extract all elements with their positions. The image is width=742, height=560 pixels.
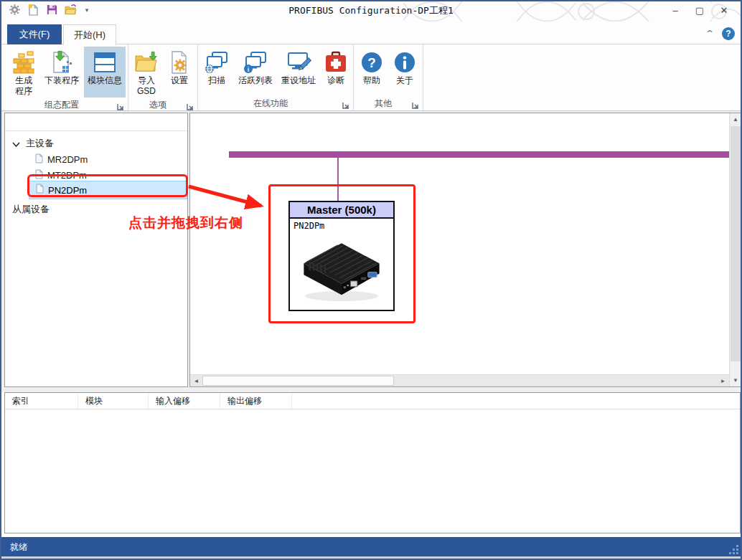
download-program-icon bbox=[50, 49, 74, 75]
title-bar: ▾ PROFIBUS Configuration-DP工程1 – ▢ ✕ bbox=[1, 1, 741, 22]
resize-grip[interactable] bbox=[729, 545, 738, 554]
group-label: 组态配置 bbox=[8, 99, 116, 111]
button-label: 导入 bbox=[138, 75, 155, 86]
tree-node-label: 从属设备 bbox=[12, 203, 50, 216]
button-label: 诊断 bbox=[327, 75, 344, 86]
reset-address-button[interactable]: 重设地址 bbox=[278, 47, 319, 96]
annotation-box-master-device bbox=[268, 184, 415, 323]
tree-top-strip bbox=[5, 113, 187, 131]
scan-button[interactable]: 扫描 bbox=[200, 47, 233, 96]
tree-node-mr2dpm[interactable]: MR2DPm bbox=[35, 151, 88, 167]
settings-button[interactable]: 设置 bbox=[164, 47, 195, 98]
group-label: 选项 bbox=[131, 99, 185, 111]
help-question-icon: ? bbox=[360, 49, 384, 75]
ribbon-group-other: ? 帮助 关于 其他 bbox=[354, 44, 423, 110]
column-header-module[interactable]: 模块 bbox=[78, 393, 149, 409]
about-info-icon bbox=[393, 49, 417, 75]
active-list-button[interactable]: i 活跃列表 bbox=[235, 47, 276, 96]
annotation-box-tree-item bbox=[27, 174, 188, 197]
close-button[interactable]: ✕ bbox=[712, 2, 736, 18]
help-icon[interactable]: ? bbox=[722, 27, 735, 40]
window-title: PROFIBUS Configuration-DP工程1 bbox=[1, 4, 741, 17]
ribbon: 生成 程序 下装程序 模块信息 bbox=[1, 44, 741, 111]
scroll-left-icon[interactable]: ◄ bbox=[190, 375, 202, 386]
canvas-vertical-scrollbar[interactable]: ▲ ▼ bbox=[729, 113, 741, 386]
collapse-ribbon-icon[interactable]: ⌃ bbox=[705, 29, 715, 39]
module-offset-table: 索引 模块 输入偏移 输出偏移 bbox=[4, 392, 741, 533]
button-label: 重设地址 bbox=[281, 75, 316, 86]
column-header-index[interactable]: 索引 bbox=[5, 393, 78, 409]
device-doc-icon bbox=[35, 153, 43, 166]
ribbon-help-button[interactable]: ? 帮助 bbox=[356, 47, 388, 96]
column-header-input-offset[interactable]: 输入偏移 bbox=[149, 393, 220, 409]
ribbon-group-options: 导入 GSD 设置 选项 bbox=[128, 44, 198, 110]
dialog-launcher-icon[interactable] bbox=[412, 99, 419, 112]
svg-text:?: ? bbox=[367, 55, 376, 70]
tree-node-master-root[interactable]: 主设备 bbox=[12, 136, 54, 151]
device-tree-panel: 主设备 MR2DPm MT2DPm PN2DPm bbox=[4, 113, 188, 387]
tree-node-label: MR2DPm bbox=[47, 154, 88, 165]
reset-address-icon bbox=[286, 49, 311, 75]
window-bottom-edge bbox=[1, 556, 741, 560]
tab-home[interactable]: 开始(H) bbox=[63, 24, 116, 45]
download-program-button[interactable]: 下装程序 bbox=[41, 47, 83, 98]
button-label: 生成 bbox=[15, 75, 32, 86]
canvas-horizontal-scrollbar[interactable]: ◄ ► bbox=[190, 374, 729, 386]
button-label: 设置 bbox=[171, 75, 188, 86]
app-window: ▾ PROFIBUS Configuration-DP工程1 – ▢ ✕ 文件(… bbox=[0, 0, 742, 560]
dialog-launcher-icon[interactable] bbox=[342, 99, 349, 112]
group-label: 其他 bbox=[356, 98, 410, 110]
button-label: GSD bbox=[137, 86, 156, 97]
module-info-button[interactable]: 模块信息 bbox=[84, 47, 126, 98]
button-label: 扫描 bbox=[208, 75, 225, 86]
svg-text:i: i bbox=[248, 66, 250, 73]
scroll-down-icon[interactable]: ▼ bbox=[730, 374, 741, 386]
table-header-row: 索引 模块 输入偏移 输出偏移 bbox=[5, 393, 740, 409]
ribbon-group-online: 扫描 i 活跃列表 重设地址 bbox=[198, 44, 354, 110]
generate-program-button[interactable]: 生成 程序 bbox=[8, 47, 39, 98]
window-controls: – ▢ ✕ bbox=[663, 2, 736, 18]
ribbon-tab-row: 文件(F) 开始(H) ⌃ ? bbox=[1, 22, 741, 44]
tree-node-label: 主设备 bbox=[26, 137, 54, 150]
diagnosis-first-aid-icon bbox=[324, 49, 347, 75]
ribbon-group-config: 生成 程序 下装程序 模块信息 bbox=[6, 44, 128, 110]
active-list-icon: i bbox=[243, 49, 268, 75]
maximize-button[interactable]: ▢ bbox=[687, 2, 712, 18]
annotation-drag-hint-text: 点击并拖拽到右侧 bbox=[128, 214, 243, 232]
column-header-output-offset[interactable]: 输出偏移 bbox=[220, 393, 292, 409]
horizontal-scroll-thumb[interactable] bbox=[202, 376, 394, 386]
import-gsd-button[interactable]: 导入 GSD bbox=[131, 47, 162, 98]
scroll-up-icon[interactable]: ▲ bbox=[730, 113, 741, 125]
vertical-scroll-thumb[interactable] bbox=[731, 126, 741, 361]
settings-icon bbox=[167, 49, 192, 75]
chevron-down-icon[interactable] bbox=[12, 138, 20, 149]
button-label: 程序 bbox=[15, 86, 32, 97]
button-label: 活跃列表 bbox=[238, 75, 273, 86]
about-button[interactable]: 关于 bbox=[389, 47, 421, 96]
import-gsd-icon bbox=[134, 49, 159, 75]
scroll-right-icon[interactable]: ► bbox=[717, 375, 729, 386]
tree-node-slave-root[interactable]: 从属设备 bbox=[12, 201, 50, 217]
scan-icon bbox=[204, 49, 230, 75]
status-bar: 就绪 bbox=[1, 537, 741, 556]
module-info-icon bbox=[93, 49, 117, 75]
minimize-button[interactable]: – bbox=[663, 2, 687, 18]
main-area: 主设备 MR2DPm MT2DPm PN2DPm bbox=[1, 111, 741, 389]
button-label: 下装程序 bbox=[44, 75, 79, 86]
button-label: 关于 bbox=[396, 75, 413, 86]
bricks-icon bbox=[11, 49, 36, 75]
tab-file[interactable]: 文件(F) bbox=[7, 24, 62, 44]
button-label: 模块信息 bbox=[88, 75, 122, 86]
profibus-bus-bar bbox=[229, 151, 730, 158]
diagnosis-button[interactable]: 诊断 bbox=[321, 47, 351, 96]
group-label: 在线功能 bbox=[200, 98, 341, 110]
status-text: 就绪 bbox=[10, 541, 27, 554]
button-label: 帮助 bbox=[363, 75, 380, 86]
